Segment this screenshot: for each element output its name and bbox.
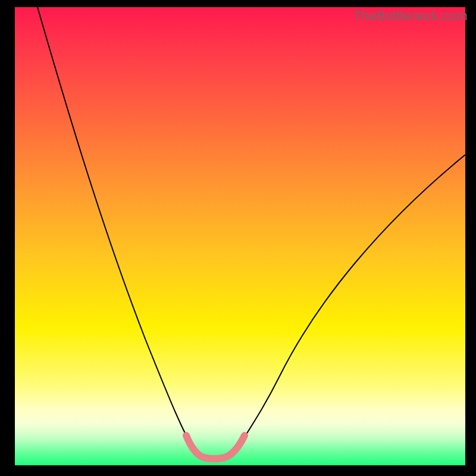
plot-area [15, 7, 465, 465]
valley-highlight [186, 436, 245, 459]
bottleneck-curve [15, 7, 465, 465]
chart-frame: TheBottleneck.com [0, 0, 476, 476]
curve-path [37, 7, 465, 458]
watermark-text: TheBottleneck.com [353, 8, 468, 24]
